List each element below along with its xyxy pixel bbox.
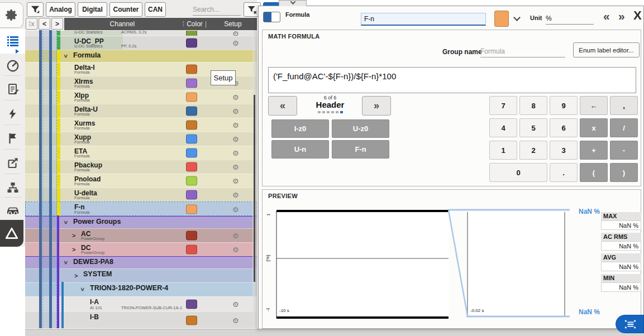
setup-gear-icon[interactable]: ⚙: [232, 40, 239, 47]
expand-chevron-icon[interactable]: >: [63, 54, 69, 57]
key-,[interactable]: ,: [610, 96, 638, 115]
channel-name-input[interactable]: [361, 13, 486, 26]
key-3[interactable]: 3: [550, 141, 578, 160]
channel-row-dc[interactable]: > DC PowerGroup ⚙: [25, 242, 257, 256]
color-swatch[interactable]: [186, 39, 197, 48]
setup-gear-icon[interactable]: ⚙: [232, 94, 239, 101]
color-swatch[interactable]: [186, 316, 197, 325]
close-button[interactable]: X: [633, 8, 642, 23]
setup-gear-icon[interactable]: ⚙: [232, 108, 239, 115]
color-swatch[interactable]: [186, 65, 197, 74]
setup-gear-icon[interactable]: ⚙: [232, 177, 239, 185]
key-8[interactable]: 8: [519, 96, 547, 115]
expand-chevron-icon[interactable]: >: [72, 246, 75, 253]
key-9[interactable]: 9: [550, 96, 578, 115]
filter-tab-analog[interactable]: Analog: [46, 2, 75, 17]
channel-row-delta-u[interactable]: > Delta-U Formula ⚙: [25, 104, 257, 118]
group-row-power groups[interactable]: > Power Groups: [25, 216, 257, 228]
group-row-dewe3-pa8[interactable]: > DEWE3-PA8: [25, 256, 257, 268]
key-)[interactable]: ): [610, 163, 638, 182]
next-channel-button[interactable]: »: [618, 9, 625, 23]
filter-tab-can[interactable]: CAN: [145, 2, 166, 17]
channel-color-swatch[interactable]: [494, 11, 509, 27]
channel-row-u-delta[interactable]: > U-delta Formula ⚙: [25, 188, 257, 201]
key-/[interactable]: /: [610, 118, 638, 137]
unit-input[interactable]: [546, 13, 594, 25]
setup-gear-icon[interactable]: ⚙: [232, 30, 239, 36]
channel-row-pnoload[interactable]: > Pnoload Formula ⚙: [25, 174, 257, 188]
chevron-down-icon[interactable]: [513, 14, 521, 21]
setup-gear-icon[interactable]: ⚙: [232, 164, 239, 171]
setup-gear-icon[interactable]: ⚙: [232, 122, 239, 129]
expand-chevron-icon[interactable]: >: [63, 220, 69, 224]
channel-row-pbackup[interactable]: > Pbackup Formula ⚙: [25, 160, 257, 174]
hide-column-button[interactable]: ⁞x: [26, 18, 37, 30]
setup-gear-icon[interactable]: ⚙: [232, 317, 239, 324]
setup-gear-icon[interactable]: ⚙: [232, 136, 239, 143]
column-header[interactable]: Channel ⁞ Color | Setup: [64, 18, 257, 30]
channel-row-xurms[interactable]: > Xurms Formula ⚙: [25, 118, 257, 132]
setup-gear-icon[interactable]: ⚙: [232, 191, 239, 199]
color-swatch[interactable]: [186, 190, 197, 200]
setup-gear-icon[interactable]: ⚙: [232, 246, 239, 253]
channel-enable-toggle[interactable]: [263, 12, 280, 22]
setup-gear-icon[interactable]: ⚙: [232, 301, 239, 308]
formula-expression[interactable]: ('F_fund@AC'-${F-n})/${F-n}*100: [268, 67, 636, 93]
channel-row-i-a[interactable]: > I-A AI 1/I1 TRION-POWER-SUB-CUR-1A-1 ⚙: [25, 296, 257, 311]
expand-chevron-icon[interactable]: >: [63, 261, 69, 264]
panel-collapse-tab[interactable]: [279, 0, 307, 6]
color-swatch[interactable]: [186, 245, 197, 255]
expand-chevron-icon[interactable]: >: [79, 287, 86, 291]
sidebar-item-vehicle[interactable]: [0, 198, 25, 222]
key-+[interactable]: +: [580, 141, 608, 160]
color-swatch[interactable]: [186, 93, 197, 102]
key-7[interactable]: 7: [489, 96, 517, 115]
channel-row-partial[interactable]: > U-DC Statistics ACRMS, 0.2s ⚙: [25, 30, 257, 36]
sidebar-item-topology[interactable]: [0, 176, 25, 199]
setup-gear-icon[interactable]: ⚙: [232, 150, 239, 157]
color-swatch[interactable]: [186, 162, 197, 172]
key--[interactable]: -: [610, 141, 638, 160]
color-swatch[interactable]: [186, 107, 197, 116]
color-swatch[interactable]: [186, 79, 197, 88]
key-x[interactable]: x: [580, 118, 608, 137]
color-swatch[interactable]: [186, 231, 197, 241]
group-row-trion3-1820-power-4[interactable]: > TRION3-1820-POWER-4: [25, 282, 257, 296]
color-swatch[interactable]: [186, 176, 197, 186]
color-swatch[interactable]: [186, 148, 197, 158]
sidebar-item-channel-list[interactable]: [0, 29, 25, 54]
key-6[interactable]: 6: [550, 118, 578, 137]
column-setup[interactable]: Setup: [209, 20, 257, 28]
group-row-formula[interactable]: > Formula: [25, 50, 257, 62]
page-next-button[interactable]: »: [362, 96, 391, 116]
key-0[interactable]: 0: [489, 163, 547, 182]
key-5[interactable]: 5: [519, 118, 547, 137]
operand-button-i-z0[interactable]: I-z0: [271, 119, 329, 138]
key-1[interactable]: 1: [489, 141, 517, 160]
search-input[interactable]: [193, 4, 241, 15]
scroll-left-button[interactable]: <: [39, 18, 50, 30]
color-swatch[interactable]: [186, 30, 197, 36]
column-channel[interactable]: Channel: [64, 20, 180, 28]
color-swatch[interactable]: [186, 135, 197, 144]
color-swatch[interactable]: [186, 300, 197, 309]
sidebar-item-export[interactable]: [0, 151, 25, 175]
keyboard-toggle-button[interactable]: [616, 315, 644, 333]
column-color[interactable]: Color: [187, 20, 203, 28]
sidebar-item-events[interactable]: [0, 127, 25, 150]
channel-row-i-b[interactable]: > I-B ⚙: [25, 311, 257, 328]
channel-row-eta[interactable]: > ETA Formula ⚙: [25, 146, 257, 160]
filter-button[interactable]: [27, 2, 44, 17]
setup-gear-icon[interactable]: ⚙: [232, 232, 239, 239]
operand-button-f-n[interactable]: F-n: [332, 140, 389, 159]
channel-row-f-n[interactable]: > F-n Formula ⚙: [25, 201, 257, 216]
key-2[interactable]: 2: [519, 141, 547, 160]
setup-gear-icon[interactable]: ⚙: [232, 205, 239, 213]
sidebar-item-logo[interactable]: [0, 220, 23, 247]
sidebar-item-power[interactable]: [0, 102, 25, 126]
settings-tab[interactable]: [0, 2, 23, 28]
filter-tab-counter[interactable]: Counter: [109, 2, 142, 17]
key-4[interactable]: 4: [489, 118, 517, 137]
expand-chevron-icon[interactable]: >: [72, 232, 75, 239]
key-.[interactable]: .: [550, 163, 578, 182]
